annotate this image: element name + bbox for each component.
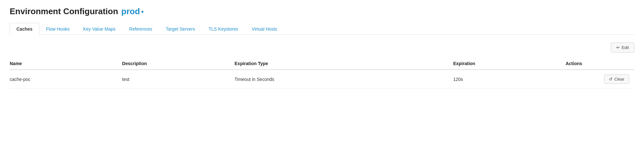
edit-button-label: Edit — [622, 45, 629, 50]
cell-description: test — [122, 70, 235, 89]
cell-expiration-type: Timeout in Seconds — [235, 70, 453, 89]
page-title: Environment Configuration — [10, 6, 118, 16]
tab-flow-hooks[interactable]: Flow Hooks — [39, 23, 76, 35]
env-selector[interactable]: prod ▾ — [121, 6, 144, 16]
col-header-expiration-type: Expiration Type — [235, 58, 453, 70]
col-header-description: Description — [122, 58, 235, 70]
edit-button[interactable]: ✏ Edit — [611, 43, 634, 53]
page-container: Environment Configuration prod ▾ Caches … — [0, 0, 644, 95]
caches-table: Name Description Expiration Type Expirat… — [10, 58, 634, 89]
cell-name: cache-poc — [10, 70, 122, 89]
tab-references[interactable]: References — [122, 23, 159, 35]
refresh-icon: ↺ — [609, 77, 612, 82]
tab-tls-keystores[interactable]: TLS Keystores — [202, 23, 245, 35]
col-header-name: Name — [10, 58, 122, 70]
col-header-expiration: Expiration — [453, 58, 566, 70]
page-header: Environment Configuration prod ▾ — [10, 6, 634, 16]
tab-virtual-hosts[interactable]: Virtual Hosts — [245, 23, 284, 35]
tab-key-value-maps[interactable]: Key Value Maps — [76, 23, 122, 35]
tabs-list: Caches Flow Hooks Key Value Maps Referen… — [10, 23, 634, 34]
clear-button[interactable]: ↺ Clear — [604, 74, 629, 84]
pencil-icon: ✏ — [616, 45, 620, 50]
col-header-actions: Actions — [566, 58, 634, 70]
cell-expiration: 120s — [453, 70, 566, 89]
env-name: prod — [121, 6, 140, 16]
tab-caches[interactable]: Caches — [10, 23, 39, 35]
tabs-container: Caches Flow Hooks Key Value Maps Referen… — [10, 23, 634, 35]
chevron-down-icon: ▾ — [141, 9, 144, 15]
table-row: cache-poc test Timeout in Seconds 120s ↺… — [10, 70, 634, 89]
cell-actions: ↺ Clear — [566, 70, 634, 89]
table-header-row: Name Description Expiration Type Expirat… — [10, 58, 634, 70]
clear-button-label: Clear — [614, 77, 624, 82]
toolbar: ✏ Edit — [10, 43, 634, 53]
tab-target-servers[interactable]: Target Servers — [159, 23, 202, 35]
